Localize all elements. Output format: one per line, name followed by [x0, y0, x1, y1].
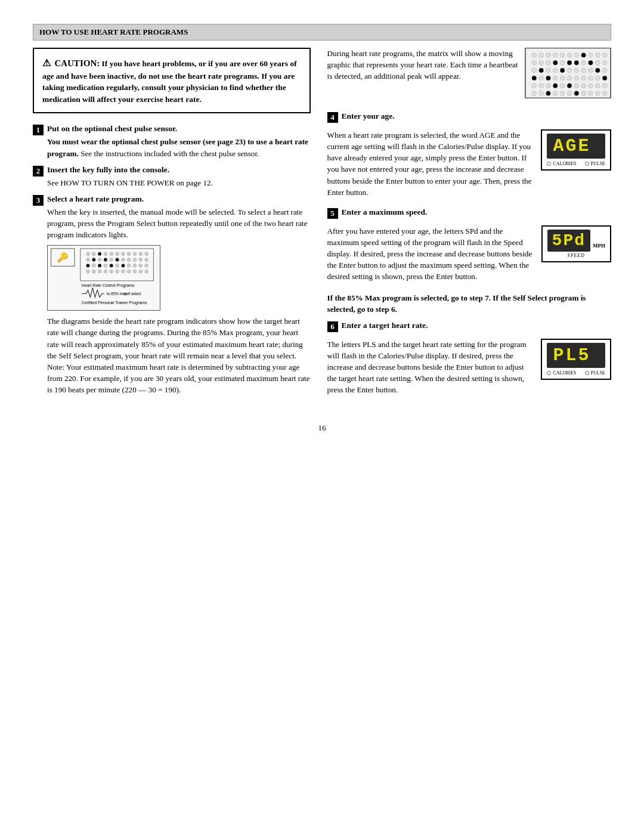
- step-5: 5 Enter a maximum speed. 5Pd M: [327, 208, 611, 283]
- pls-display-labels: CALORIES PULSE: [547, 370, 605, 376]
- step-1-content: Put on the optional chest pulse sensor. …: [47, 124, 311, 159]
- svg-point-105: [595, 83, 600, 88]
- svg-point-59: [581, 52, 586, 57]
- svg-point-26: [92, 264, 95, 268]
- svg-point-99: [553, 83, 558, 88]
- step-3-title: Select a heart rate program.: [47, 194, 311, 204]
- svg-point-61: [595, 52, 600, 57]
- bold-note: If the 85% Max program is selected, go t…: [327, 292, 611, 315]
- step-1-body: You must wear the optional chest pulse s…: [47, 136, 311, 159]
- svg-point-60: [589, 52, 593, 57]
- step-2-text: See HOW TO TURN ON THE POWER on page 12.: [47, 178, 213, 187]
- right-intro-section: During heart rate programs, the matrix w…: [327, 48, 611, 103]
- svg-point-58: [574, 52, 579, 57]
- step-6-body-area: PL5 CALORIES PULSE: [327, 339, 611, 396]
- svg-point-44: [133, 270, 137, 274]
- pls-pulse-label: PULSE: [585, 370, 605, 376]
- svg-point-74: [532, 68, 537, 73]
- page-number: 16: [33, 423, 611, 433]
- svg-point-25: [86, 264, 90, 268]
- matrix-dot-display: [525, 48, 611, 98]
- step-4: 4 Enter your age. AGE: [327, 112, 611, 198]
- svg-point-79: [567, 68, 572, 73]
- svg-point-87: [546, 76, 551, 80]
- svg-point-41: [116, 270, 119, 274]
- spd-display-row: 5Pd MPH: [547, 230, 605, 252]
- svg-point-53: [539, 52, 544, 57]
- caution-box: ⚠ CAUTION: If you have heart problems, o…: [33, 48, 311, 113]
- svg-point-94: [595, 76, 600, 80]
- pls-calories-label: CALORIES: [547, 370, 576, 376]
- svg-point-112: [567, 91, 572, 96]
- step-4-content: Enter your age.: [342, 112, 611, 123]
- step-2: 2 Insert the key fully into the console.…: [33, 165, 311, 188]
- step-5-number: 5: [327, 208, 338, 219]
- step-4-number: 4: [327, 112, 338, 123]
- svg-text:self select: self select: [124, 292, 141, 296]
- svg-point-24: [145, 258, 148, 262]
- step-3-content: Select a heart rate program. When the ke…: [47, 194, 311, 399]
- pls-display-box: PL5 CALORIES PULSE: [541, 339, 611, 380]
- svg-point-42: [121, 270, 125, 274]
- svg-point-20: [121, 258, 125, 262]
- svg-point-71: [589, 60, 593, 65]
- caution-title: CAUTION:: [54, 58, 100, 68]
- svg-text:Certified Personal Trainer Pro: Certified Personal Trainer Programs: [82, 301, 147, 305]
- step-5-title: Enter a maximum speed.: [342, 208, 611, 217]
- console-diagram: 🔑: [47, 245, 160, 311]
- svg-point-6: [104, 252, 107, 256]
- svg-point-62: [602, 52, 607, 57]
- step-3-intro: When the key is inserted, the manual mod…: [47, 206, 311, 240]
- step-5-header: 5 Enter a maximum speed.: [327, 208, 611, 219]
- svg-point-33: [133, 264, 137, 268]
- svg-text:Heart Rate Control Programs: Heart Rate Control Programs: [82, 283, 135, 288]
- svg-point-108: [539, 91, 544, 96]
- spd-display: 5Pd: [547, 230, 590, 252]
- svg-point-93: [589, 76, 593, 80]
- step-4-body-area: AGE CALORIES PULSE: [327, 129, 611, 198]
- mph-label: MPH: [593, 243, 605, 249]
- calories-label: CALORIES: [547, 161, 576, 166]
- step-1: 1 Put on the optional chest pulse sensor…: [33, 124, 311, 159]
- svg-point-96: [532, 83, 537, 88]
- svg-point-103: [581, 83, 586, 88]
- svg-point-78: [560, 68, 565, 73]
- pulse-circle: [585, 162, 589, 166]
- svg-point-19: [116, 258, 119, 262]
- step-3-after: The diagrams beside the heart rate progr…: [47, 315, 311, 395]
- svg-point-100: [560, 83, 565, 88]
- step-2-body: See HOW TO TURN ON THE POWER on page 12.: [47, 177, 311, 188]
- svg-point-28: [104, 264, 107, 268]
- two-column-layout: ⚠ CAUTION: If you have heart problems, o…: [33, 48, 611, 405]
- svg-point-15: [92, 258, 95, 262]
- svg-point-117: [602, 91, 607, 96]
- age-display-wrapper: AGE CALORIES PULSE: [541, 129, 611, 171]
- svg-point-12: [139, 252, 143, 256]
- step-6-number: 6: [327, 321, 338, 332]
- calories-circle: [547, 162, 551, 166]
- svg-point-82: [589, 68, 593, 73]
- step-2-content: Insert the key fully into the console. S…: [47, 165, 311, 188]
- svg-point-11: [133, 252, 137, 256]
- svg-point-81: [581, 68, 586, 73]
- svg-point-32: [127, 264, 131, 268]
- step-5-body-area: 5Pd MPH SPEED After you have entered you…: [327, 225, 611, 283]
- svg-point-84: [602, 68, 607, 73]
- svg-point-52: [532, 52, 537, 57]
- svg-point-35: [145, 264, 148, 268]
- step-5-content: Enter a maximum speed.: [342, 208, 611, 219]
- svg-point-31: [121, 264, 125, 268]
- svg-point-16: [98, 258, 101, 262]
- svg-point-46: [145, 270, 148, 274]
- svg-point-91: [574, 76, 579, 80]
- svg-point-72: [595, 60, 600, 65]
- left-column: ⚠ CAUTION: If you have heart problems, o…: [33, 48, 311, 405]
- svg-point-45: [139, 270, 143, 274]
- svg-point-21: [127, 258, 131, 262]
- svg-point-27: [98, 264, 101, 268]
- step-3-number: 3: [33, 195, 44, 206]
- svg-point-77: [553, 68, 558, 73]
- svg-point-92: [581, 76, 586, 80]
- svg-text:🔑: 🔑: [57, 252, 69, 263]
- svg-point-4: [92, 252, 95, 256]
